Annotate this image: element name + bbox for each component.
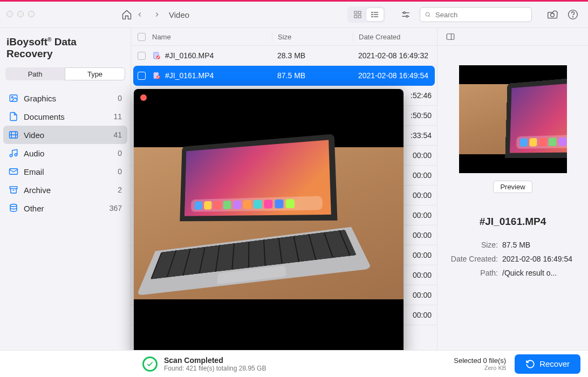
col-name[interactable]: Name bbox=[152, 33, 272, 41]
search-icon bbox=[425, 11, 431, 18]
sidebar-item-label: Email bbox=[24, 167, 112, 176]
row-checkbox[interactable] bbox=[138, 52, 146, 60]
scan-status: Scan Completed bbox=[164, 356, 266, 365]
image-icon bbox=[9, 93, 18, 103]
list-view-button[interactable] bbox=[366, 8, 384, 21]
sidebar-item-label: Graphics bbox=[24, 94, 112, 103]
preview-filename: #JI_0161.MP4 bbox=[480, 216, 546, 228]
meta-key: Size: bbox=[445, 241, 498, 249]
meta-row: Size:87.5 MB bbox=[445, 241, 580, 249]
svg-rect-2 bbox=[354, 15, 357, 18]
selected-size: Zero KB bbox=[454, 365, 506, 371]
file-date-fragment: 00:00 bbox=[413, 271, 432, 279]
breadcrumb: Video bbox=[169, 10, 189, 19]
sidebar-item-count: 0 bbox=[118, 149, 122, 157]
svg-rect-3 bbox=[358, 15, 361, 18]
svg-rect-0 bbox=[354, 11, 357, 14]
svg-point-26 bbox=[15, 154, 17, 156]
file-name: #JI_0160.MP4 bbox=[165, 51, 214, 60]
meta-value: 2021-02-08 16:49:54 bbox=[498, 255, 580, 263]
file-date-fragment: 00:00 bbox=[413, 291, 432, 299]
doc-icon bbox=[9, 112, 18, 121]
svg-point-8 bbox=[372, 14, 372, 15]
scan-complete-icon bbox=[142, 357, 158, 372]
sidebar-item-label: Video bbox=[24, 131, 108, 140]
file-date-fragment: 00:00 bbox=[413, 311, 432, 319]
file-date-fragment: :33:54 bbox=[411, 131, 432, 140]
sidebar-item-count: 0 bbox=[118, 94, 122, 102]
svg-point-13 bbox=[406, 16, 408, 17]
grid-view-button[interactable] bbox=[349, 8, 366, 21]
help-icon[interactable] bbox=[565, 7, 580, 22]
file-icon bbox=[152, 71, 161, 80]
camera-icon[interactable] bbox=[545, 7, 560, 22]
search-box[interactable] bbox=[420, 7, 532, 22]
sidebar-item-graphics[interactable]: Graphics0 bbox=[3, 89, 127, 107]
file-date-fragment: 00:00 bbox=[413, 151, 432, 160]
sidebar-item-email[interactable]: Email0 bbox=[3, 162, 127, 181]
search-input[interactable] bbox=[434, 10, 527, 19]
preview-panel: Preview #JI_0161.MP4 Size:87.5 MBDate Cr… bbox=[437, 28, 588, 351]
preview-button[interactable]: Preview bbox=[493, 181, 532, 193]
filter-icon[interactable] bbox=[398, 7, 413, 22]
tab-type[interactable]: Type bbox=[65, 67, 125, 80]
svg-point-25 bbox=[10, 154, 12, 157]
sidebar-item-label: Documents bbox=[24, 112, 108, 121]
video-icon bbox=[9, 130, 18, 140]
file-date: 2021-02-08 16:49:32 bbox=[353, 51, 437, 60]
recover-icon bbox=[525, 359, 535, 369]
sidebar-item-count: 41 bbox=[113, 131, 122, 139]
sidebar-item-archive[interactable]: Archive2 bbox=[3, 181, 127, 199]
svg-rect-28 bbox=[10, 187, 17, 189]
video-preview-window[interactable] bbox=[134, 89, 404, 358]
file-size: 87.5 MB bbox=[272, 71, 353, 80]
sidebar-item-label: Other bbox=[24, 204, 104, 213]
file-date-fragment: :52:46 bbox=[411, 91, 432, 100]
col-size[interactable]: Size bbox=[272, 33, 353, 41]
row-checkbox[interactable] bbox=[138, 72, 146, 80]
table-row[interactable]: #JI_0160.MP428.3 MB2021-02-08 16:49:32 bbox=[131, 46, 437, 66]
meta-value: 87.5 MB bbox=[498, 241, 580, 249]
sidebar-item-documents[interactable]: Documents11 bbox=[3, 107, 127, 126]
selected-count: Selected 0 file(s) bbox=[454, 357, 506, 365]
meta-key: Date Created: bbox=[445, 255, 498, 263]
svg-point-30 bbox=[10, 204, 17, 207]
sidebar-tabs: Path Type bbox=[0, 67, 131, 86]
recover-button[interactable]: Recover bbox=[515, 354, 580, 374]
archive-icon bbox=[9, 185, 18, 195]
file-date: 2021-02-08 16:49:54 bbox=[353, 71, 435, 80]
svg-point-18 bbox=[573, 17, 573, 17]
file-date-fragment: :50:50 bbox=[411, 111, 432, 120]
col-date[interactable]: Date Created bbox=[353, 33, 437, 41]
sidebar-item-count: 11 bbox=[113, 112, 122, 121]
sidebar-item-audio[interactable]: Audio0 bbox=[3, 144, 127, 162]
view-toggle bbox=[347, 6, 385, 23]
home-icon[interactable] bbox=[119, 7, 134, 22]
close-dot[interactable] bbox=[6, 11, 13, 17]
tab-path[interactable]: Path bbox=[5, 67, 65, 80]
close-preview-icon[interactable] bbox=[140, 94, 147, 101]
select-all-checkbox[interactable] bbox=[138, 33, 146, 41]
sidebar-item-other[interactable]: Other367 bbox=[3, 199, 127, 217]
svg-point-9 bbox=[372, 16, 372, 17]
svg-rect-1 bbox=[358, 11, 361, 14]
svg-point-16 bbox=[551, 13, 555, 17]
minimize-dot[interactable] bbox=[17, 11, 24, 17]
file-date-fragment: 00:00 bbox=[413, 191, 432, 200]
sidebar-item-video[interactable]: Video41 bbox=[3, 126, 127, 144]
sidebar-item-label: Archive bbox=[24, 186, 112, 195]
svg-point-12 bbox=[404, 12, 405, 13]
sidebar: iBoysoft® Data Recovery Path Type Graphi… bbox=[0, 28, 131, 351]
file-date-fragment: 00:00 bbox=[413, 171, 432, 180]
panel-toggle-icon[interactable] bbox=[443, 29, 458, 44]
forward-button[interactable] bbox=[152, 9, 162, 20]
table-row[interactable]: #JI_0161.MP487.5 MB2021-02-08 16:49:54 bbox=[133, 66, 435, 86]
list-header: Name Size Date Created bbox=[131, 28, 437, 46]
zoom-dot[interactable] bbox=[28, 11, 35, 17]
back-button[interactable] bbox=[134, 9, 145, 20]
meta-key: Path: bbox=[445, 269, 498, 277]
sidebar-item-count: 0 bbox=[118, 167, 122, 176]
svg-point-20 bbox=[11, 97, 13, 98]
scan-found: Found: 421 file(s) totaling 28.95 GB bbox=[164, 365, 266, 372]
audio-icon bbox=[9, 148, 18, 158]
